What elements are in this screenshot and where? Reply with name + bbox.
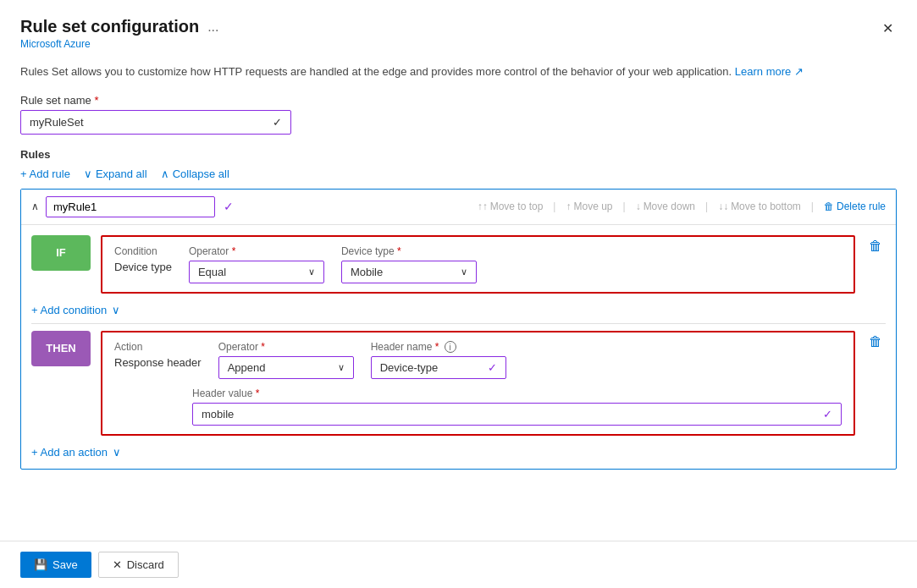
add-condition-row: + Add condition ∨ (31, 304, 886, 316)
action-label-group: Action Response header (114, 341, 202, 369)
delete-rule-icon: 🗑 (824, 201, 834, 212)
condition-header: Condition (114, 245, 172, 257)
expand-all-button[interactable]: ∨ Expand all (84, 168, 147, 180)
device-type-chevron-icon: ∨ (461, 267, 467, 278)
section-divider (31, 323, 886, 324)
operator-select[interactable]: Equal ∨ (189, 261, 324, 283)
discard-icon: ✕ (113, 558, 122, 571)
condition-value: Device type (114, 261, 172, 273)
move-down-icon: ↓ (636, 201, 641, 212)
rule-set-name-chevron-icon: ✓ (273, 116, 282, 129)
save-button[interactable]: 💾 Save (20, 552, 91, 578)
header-value-group: Header value * mobile ✓ (192, 387, 842, 426)
rule-actions: ↑↑ Move to top | ↑ Move up | ↓ Move down… (478, 201, 886, 212)
action-field-row2: Header value * mobile ✓ (114, 387, 842, 426)
save-icon: 💾 (34, 558, 47, 571)
header-name-select[interactable]: Device-type ✓ (371, 356, 506, 379)
add-rule-button[interactable]: + Add rule (20, 168, 70, 180)
operator-group: Operator * Equal ∨ (189, 245, 324, 283)
description: Rules Set allows you to customize how HT… (20, 63, 897, 80)
rules-toolbar: + Add rule ∨ Expand all ∧ Collapse all (20, 168, 897, 180)
rule-name-input[interactable] (46, 196, 215, 217)
action-card: Action Response header Operator * Append (101, 331, 855, 437)
header-value-header: Header value * (192, 387, 842, 399)
then-operator-select[interactable]: Append ∨ (218, 356, 354, 379)
add-action-button[interactable]: + Add an action (31, 446, 108, 459)
rule-header: ∧ ✓ ↑↑ Move to top | ↑ Move up | ↓ (21, 190, 896, 225)
header-value-select[interactable]: mobile ✓ (192, 403, 842, 426)
collapse-icon: ∧ (161, 168, 169, 180)
panel-header: Rule set configuration ... Microsoft Azu… (20, 17, 897, 50)
add-condition-chevron-icon: ∨ (112, 304, 120, 316)
discard-button[interactable]: ✕ Discard (98, 552, 179, 578)
move-to-top-icon: ↑↑ (478, 201, 488, 212)
then-badge: THEN (31, 331, 91, 366)
move-to-bottom-button[interactable]: ↓↓ Move to bottom (718, 201, 801, 212)
panel-ellipsis[interactable]: ... (207, 19, 218, 35)
device-type-group: Device type * Mobile ∨ (341, 245, 477, 283)
operator-chevron-icon: ∨ (308, 267, 315, 278)
add-action-row: + Add an action ∨ (31, 446, 886, 459)
action-delete-icon[interactable]: 🗑 (865, 331, 886, 353)
rule-set-name-label: Rule set name * (20, 94, 897, 107)
header-name-info-icon: i (445, 341, 456, 353)
then-operator-group: Operator * Append ∨ (218, 341, 354, 379)
collapse-all-button[interactable]: ∧ Collapse all (161, 168, 229, 180)
close-button[interactable]: ✕ (879, 17, 897, 40)
device-type-header: Device type * (341, 245, 477, 257)
expand-icon: ∨ (84, 168, 92, 180)
condition-fields: Condition Device type Operator * Equal (114, 245, 842, 283)
panel-title: Rule set configuration (20, 17, 199, 36)
action-value: Response header (114, 356, 202, 369)
title-group: Rule set configuration ... Microsoft Azu… (20, 17, 218, 50)
then-row: THEN Action Response header Operator * (31, 331, 886, 437)
if-row: IF Condition Device type Operator * (31, 235, 886, 294)
device-type-select[interactable]: Mobile ∨ (341, 261, 477, 283)
learn-more-link[interactable]: Learn more ↗ (735, 65, 804, 78)
add-condition-button[interactable]: + Add condition (31, 304, 107, 316)
bottom-bar: 💾 Save ✕ Discard (0, 541, 917, 588)
action-fields: Action Response header Operator * Append (114, 341, 842, 380)
then-operator-chevron-icon: ∨ (338, 362, 345, 373)
rule-name-checkmark-icon: ✓ (224, 200, 234, 213)
move-down-button[interactable]: ↓ Move down (636, 201, 695, 212)
move-to-top-button[interactable]: ↑↑ Move to top (478, 201, 544, 212)
rules-label: Rules (20, 148, 897, 161)
add-action-chevron-icon: ∨ (113, 446, 121, 459)
panel-subtitle: Microsoft Azure (20, 38, 218, 50)
condition-card: Condition Device type Operator * Equal (101, 235, 855, 294)
action-header: Action (114, 341, 202, 353)
rule-set-name-dropdown[interactable]: myRuleSet ✓ (20, 110, 291, 135)
header-name-checkmark-icon: ✓ (488, 361, 497, 374)
rule-body: IF Condition Device type Operator * (21, 225, 896, 470)
panel: Rule set configuration ... Microsoft Azu… (0, 0, 917, 588)
rule-set-name-section: Rule set name * myRuleSet ✓ (20, 94, 897, 135)
then-operator-header: Operator * (218, 341, 354, 353)
rules-section: Rules + Add rule ∨ Expand all ∧ Collapse… (20, 148, 897, 470)
move-up-button[interactable]: ↑ Move up (566, 201, 612, 212)
move-up-icon: ↑ (566, 201, 571, 212)
move-to-bottom-icon: ↓↓ (718, 201, 728, 212)
header-name-group: Header name * i Device-type ✓ (371, 341, 506, 380)
condition-label-group: Condition Device type (114, 245, 172, 273)
operator-header: Operator * (189, 245, 324, 257)
delete-rule-button[interactable]: 🗑 Delete rule (824, 201, 886, 212)
header-value-checkmark-icon: ✓ (823, 408, 832, 420)
rule-container: ∧ ✓ ↑↑ Move to top | ↑ Move up | ↓ (20, 189, 897, 470)
rule-collapse-button[interactable]: ∧ (31, 201, 39, 212)
condition-delete-icon[interactable]: 🗑 (865, 235, 886, 257)
if-badge: IF (31, 235, 91, 271)
header-name-header: Header name * i (371, 341, 506, 354)
